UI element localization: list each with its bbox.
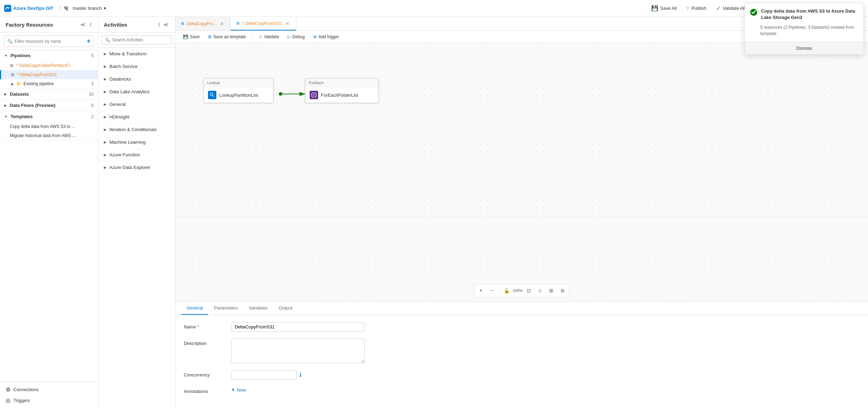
- batch-service-chevron-icon: ▶: [104, 64, 107, 68]
- tab-2-label: * DeltaCopyFromS31: [242, 21, 282, 26]
- concurrency-input[interactable]: [231, 370, 297, 380]
- tab-1-close-button[interactable]: ✕: [219, 21, 225, 27]
- zoom-split-button[interactable]: ⧉: [558, 286, 567, 295]
- lookup-node[interactable]: Lookup LookupPartitionList: [203, 78, 274, 103]
- templates-section-header[interactable]: ▼ Templates 2: [0, 111, 98, 122]
- activity-data-lake-analytics[interactable]: ▶ Data Lake Analytics: [98, 86, 175, 98]
- pipelines-section: ▼ Pipelines 5 ⊞ * DeltaCopyFolderPartiti…: [0, 50, 98, 89]
- save-all-label: Save All: [660, 6, 677, 11]
- zoom-subtract-button[interactable]: −: [487, 286, 497, 295]
- activities-header-icons: ⟨ ≪: [157, 21, 169, 28]
- existing-pipeline-header[interactable]: ▶ 📁 Existing pipeline 3: [0, 79, 98, 88]
- brand-name: Azure DevOps GIT: [13, 6, 53, 11]
- tab-general[interactable]: General: [181, 302, 208, 315]
- activity-machine-learning[interactable]: ▶ Machine Learning: [98, 136, 175, 149]
- git-icon: [63, 6, 68, 11]
- pipelines-count: 5: [91, 53, 94, 58]
- branch-selector[interactable]: master branch ▾: [70, 4, 109, 12]
- save-all-button[interactable]: 💾 Save All: [647, 2, 681, 15]
- activity-azure-data-explorer[interactable]: ▶ Azure Data Explorer: [98, 161, 175, 174]
- save-as-template-button[interactable]: ⊞ Save as template: [204, 33, 249, 41]
- activities-expand-btn[interactable]: ⟨: [157, 21, 161, 28]
- publish-button[interactable]: ↑ Publish: [682, 2, 711, 15]
- zoom-100-button[interactable]: 100%: [513, 286, 523, 295]
- dataflows-section-header[interactable]: ▶ Data Flows (Preview) 0: [0, 100, 98, 111]
- pipeline-tab-2[interactable]: ⊞ * DeltaCopyFromS31 ✕: [231, 17, 296, 30]
- activity-hdinsight[interactable]: ▶ HDInsight: [98, 111, 175, 123]
- connections-label: Connections: [13, 387, 39, 392]
- tab-2-close-button[interactable]: ✕: [285, 21, 290, 26]
- branch-name: master branch: [73, 6, 102, 11]
- sidebar-collapse-btn[interactable]: ≪: [80, 21, 86, 28]
- pipeline-item-2[interactable]: ⊞ * DeltaCopyFromS31: [0, 70, 98, 79]
- activities-title: Activities: [104, 22, 127, 28]
- activity-move-transform[interactable]: ▶ Move & Transform: [98, 48, 175, 60]
- toast-success-icon: [750, 8, 758, 18]
- pipelines-section-left: ▼ Pipelines: [4, 53, 31, 58]
- diagram-canvas[interactable]: Lookup LookupPartitionList ForEach ForEa…: [175, 43, 868, 301]
- sidebar-add-button[interactable]: +: [87, 38, 90, 45]
- pipelines-chevron-icon: ▼: [4, 54, 8, 57]
- zoom-lock-button[interactable]: 🔒: [502, 286, 511, 295]
- lookup-node-body: LookupPartitionList: [204, 87, 273, 103]
- foreach-node[interactable]: ForEach ForEachFolderList: [305, 78, 379, 103]
- pipeline-save-button[interactable]: 💾 Save: [180, 33, 203, 41]
- activity-databricks[interactable]: ▶ Databricks: [98, 73, 175, 86]
- activities-search-input[interactable]: [112, 38, 168, 42]
- pipeline-item-1[interactable]: ⊞ * DeltaCopyFolderPartitionFr...: [0, 61, 98, 70]
- validate-button[interactable]: ✓ Validate: [255, 33, 282, 41]
- activity-general[interactable]: ▶ General: [98, 98, 175, 111]
- move-transform-chevron-icon: ▶: [104, 52, 107, 56]
- zoom-layout-button[interactable]: ⊞: [546, 286, 556, 295]
- name-input[interactable]: [231, 322, 365, 332]
- zoom-add-button[interactable]: +: [476, 286, 486, 295]
- connections-footer-item[interactable]: ⚙ Connections: [6, 386, 92, 393]
- activities-collapse-btn[interactable]: ≪: [163, 21, 169, 28]
- dataflows-section-left: ▶ Data Flows (Preview): [4, 103, 55, 108]
- activity-move-transform-label: Move & Transform: [109, 51, 147, 56]
- tab-variables[interactable]: Variables: [243, 302, 273, 315]
- activity-iteration-conditionals[interactable]: ▶ Iteration & Conditionals: [98, 123, 175, 136]
- debug-button[interactable]: ▷ Debug: [284, 33, 308, 41]
- tab-parameters[interactable]: Parameters: [208, 302, 243, 315]
- tab-2-icon: ⊞: [236, 21, 240, 26]
- validate-label: Validate: [264, 34, 279, 39]
- sidebar-expand-btn[interactable]: ⟨: [89, 21, 92, 28]
- annotations-label: Annotations: [184, 387, 226, 394]
- pipeline-tab-1[interactable]: ⊞ DeltaCopyFro... ✕: [175, 17, 231, 30]
- description-textarea[interactable]: [231, 339, 365, 363]
- zoom-select-button[interactable]: ⊹: [535, 286, 545, 295]
- pipelines-section-header[interactable]: ▼ Pipelines 5: [0, 50, 98, 61]
- foreach-node-name: ForEachFolderList: [321, 93, 358, 98]
- concurrency-input-container: ℹ: [231, 370, 301, 380]
- toast-body: 5 resources (2 Pipelines, 3 Datasets) cr…: [745, 24, 863, 42]
- activity-batch-service[interactable]: ▶ Batch Service: [98, 60, 175, 73]
- template-label-2: Migrate historical data from AWS ...: [10, 133, 94, 138]
- databricks-chevron-icon: ▶: [104, 77, 107, 81]
- zoom-fit-button[interactable]: ⊡: [524, 286, 534, 295]
- form-row-description: Description: [184, 339, 860, 363]
- toast-dismiss-button[interactable]: Dismiss: [745, 42, 863, 54]
- concurrency-info-icon[interactable]: ℹ: [300, 372, 301, 378]
- svg-point-1: [64, 7, 66, 8]
- new-annotation-label: New: [237, 387, 246, 393]
- validate-all-button[interactable]: ✓ Validate All: [712, 2, 749, 15]
- sidebar-search-container: 🔍 +: [0, 33, 98, 50]
- sidebar-search-input[interactable]: [15, 39, 85, 44]
- new-annotation-button[interactable]: + New: [231, 387, 246, 393]
- iteration-conditionals-chevron-icon: ▶: [104, 128, 107, 131]
- tab-output[interactable]: Output: [273, 302, 298, 315]
- template-item-2[interactable]: Migrate historical data from AWS ...: [0, 131, 98, 140]
- svg-rect-0: [4, 5, 11, 12]
- activity-azure-function[interactable]: ▶ Azure Function: [98, 149, 175, 161]
- template-item-1[interactable]: Copy delta data from AWS S3 to ...: [0, 122, 98, 131]
- tab-1-label: DeltaCopyFro...: [187, 21, 216, 26]
- brand-logo: Azure DevOps GIT: [4, 5, 56, 12]
- add-trigger-icon: ⊕: [313, 34, 317, 39]
- save-as-template-icon: ⊞: [208, 34, 211, 39]
- datasets-section-header[interactable]: ▶ Datasets 10: [0, 89, 98, 100]
- tab-general-label: General: [187, 305, 203, 311]
- add-trigger-button[interactable]: ⊕ Add trigger: [310, 33, 343, 41]
- triggers-footer-item[interactable]: ◎ Triggers: [6, 397, 92, 404]
- tab-parameters-label: Parameters: [214, 305, 237, 311]
